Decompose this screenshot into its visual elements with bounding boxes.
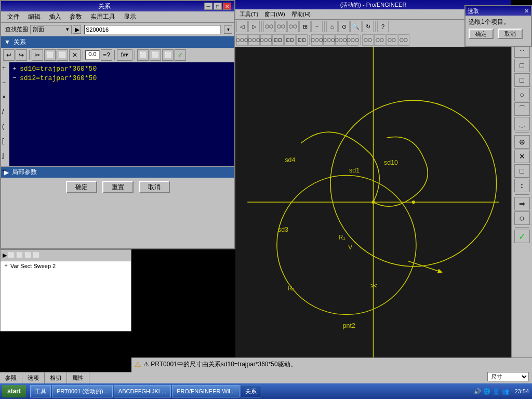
sym-minus[interactable]: − xyxy=(2,79,8,86)
rtb-circle[interactable]: ○ xyxy=(514,88,530,101)
proe-tb1-btn4[interactable]: ⬡⬡ xyxy=(287,21,299,32)
tree-icon1[interactable]: ⬜ xyxy=(8,252,15,259)
tree-icon3[interactable]: ⬜ xyxy=(24,252,32,259)
proe-tb1-btn5[interactable]: ⊞ xyxy=(299,21,311,32)
search-value-input[interactable] xyxy=(84,25,221,34)
rtb-box[interactable]: □ xyxy=(514,164,530,178)
ok-button[interactable]: 确定 xyxy=(66,181,97,193)
menu-params[interactable]: 参数 xyxy=(65,11,86,22)
tb-function[interactable]: fx▾ xyxy=(117,49,132,61)
tab-reference[interactable]: 参照 xyxy=(0,373,22,383)
rtb-special2[interactable]: ⬡ xyxy=(514,211,530,225)
rtb-arrow[interactable]: ↕ xyxy=(514,179,530,192)
tab-properties[interactable]: 属性 xyxy=(67,373,89,383)
menu-display[interactable]: 显示 xyxy=(119,11,140,22)
menu-edit[interactable]: 编辑 xyxy=(24,11,45,22)
proe-tb2-btn12[interactable]: ⬡⬡ xyxy=(386,34,397,46)
menu-insert[interactable]: 插入 xyxy=(45,11,65,22)
proe-tb1-btn7[interactable]: ⌂ xyxy=(326,21,338,32)
sym-multiply[interactable]: × xyxy=(2,94,8,101)
proe-tb2-btn10[interactable]: ⬡⬡ xyxy=(362,34,374,46)
tb-insert2[interactable]: ⬜ xyxy=(150,49,161,61)
rtb-arc1[interactable]: ⌒ xyxy=(514,102,530,116)
taskbar-item-1[interactable]: PRT0001 (活动的)... xyxy=(52,385,113,397)
search-dropdown-btn[interactable]: ▾ xyxy=(224,25,232,34)
tree-item-varsect[interactable]: ✦ Var Sect Sweep 2 xyxy=(1,261,131,270)
tb-check[interactable]: ✓ xyxy=(175,49,186,61)
proe-tb1-btn0[interactable]: ◁ xyxy=(236,21,248,32)
menu-file[interactable]: 文件 xyxy=(3,11,24,22)
guanxi-close[interactable]: ✕ xyxy=(223,3,231,10)
proe-menu-tools[interactable]: 工具(T) xyxy=(236,10,261,19)
search-go-btn[interactable]: ▶ xyxy=(73,25,81,34)
tab-options[interactable]: 选项 xyxy=(22,373,45,383)
proe-tb2-btn6[interactable]: ⬡⬡⬡ xyxy=(311,34,323,46)
proe-tb1-help[interactable]: ? xyxy=(377,21,389,32)
rtb-cross[interactable]: ⊕ xyxy=(514,135,530,149)
proe-tb1-btn3[interactable]: ⬡⬡ xyxy=(275,21,287,32)
proe-tb1-btn6[interactable]: ↔ xyxy=(311,21,323,32)
relation-content[interactable]: + sd10=trajpar*360*50 − sd12=trajpar*360… xyxy=(9,62,234,166)
tb-insert1[interactable]: ⬜ xyxy=(137,49,149,61)
proe-tb2-btn11[interactable]: ⬡⬡ xyxy=(374,34,385,46)
proe-tb2-btn9[interactable]: ⬡⬡⬡ xyxy=(347,34,358,46)
taskbar-item-0[interactable]: 工具 xyxy=(30,385,51,397)
tab-tangent[interactable]: 相切 xyxy=(45,373,67,383)
rtb-rect2[interactable]: □ xyxy=(514,73,530,87)
tree-icon2[interactable]: ⬜ xyxy=(16,252,23,259)
start-button[interactable]: start xyxy=(2,385,26,397)
tray-icon2[interactable]: 👤 xyxy=(493,388,500,395)
sym-open[interactable]: ( xyxy=(2,123,8,130)
proe-tb2-btn7[interactable]: ⬡⬡⬡ xyxy=(323,34,335,46)
tb-copy[interactable]: ⬜ xyxy=(44,49,56,61)
dimension-dropdown[interactable]: 尺寸 xyxy=(487,372,529,381)
taskbar-item-4[interactable]: 关系 xyxy=(241,385,261,397)
tree-icon4[interactable]: ⬜ xyxy=(33,252,40,259)
rtb-checkmark[interactable]: ✓ xyxy=(514,230,530,243)
tb-redo[interactable]: ↪ xyxy=(16,49,27,61)
cancel-button[interactable]: 取消 xyxy=(139,181,170,193)
tray-icon3[interactable]: 👥 xyxy=(502,388,509,395)
proe-tb2-btn5[interactable]: ⊡⊡ xyxy=(296,34,308,46)
proe-tb2-btn0[interactable]: ⬡⬡⬡ xyxy=(236,34,248,46)
tb-equals[interactable]: =? xyxy=(101,49,112,61)
proe-tb1-btn9[interactable]: 🔍 xyxy=(350,21,362,32)
tb-insert3[interactable]: ⬜ xyxy=(162,49,174,61)
tb-delete[interactable]: ✕ xyxy=(69,49,81,61)
tray-icon1[interactable]: 🌐 xyxy=(483,388,490,395)
reset-button[interactable]: 重置 xyxy=(102,181,134,193)
sym-bracket[interactable]: [ xyxy=(2,137,8,144)
tree-icon0[interactable]: ▶ xyxy=(3,252,7,259)
guanxi-minimize[interactable]: ─ xyxy=(204,3,212,10)
proe-tb1-btn10[interactable]: ↻ xyxy=(362,21,374,32)
tb-value-input[interactable]: 0.0 xyxy=(85,50,100,60)
proe-tb2-btn4[interactable]: ⊡⊡ xyxy=(284,34,296,46)
menu-utils[interactable]: 实用工具 xyxy=(86,11,119,22)
taskbar-item-3[interactable]: PRO/ENGINEER Wil... xyxy=(172,385,240,397)
rtb-rect[interactable]: □ xyxy=(514,59,530,72)
xuanqu-cancel[interactable]: 取消 xyxy=(498,29,523,39)
proe-tb2-btn1[interactable]: ⬡⬡⬡ xyxy=(248,34,260,46)
proe-tb1-btn2[interactable]: ⬡⬡ xyxy=(263,21,275,32)
tb-cut[interactable]: ✂ xyxy=(32,49,43,61)
proe-tb2-btn3[interactable]: ⊡⊡ xyxy=(272,34,284,46)
proe-tb1-btn1[interactable]: ▷ xyxy=(248,21,260,32)
scope-dropdown[interactable]: 剖面 ▾ xyxy=(30,25,72,34)
proe-tb2-btn8[interactable]: ⬡⬡⬡ xyxy=(335,34,347,46)
xuanqu-ok[interactable]: 确定 xyxy=(469,29,494,39)
rtb-arc2[interactable]: ⌒ xyxy=(514,117,530,130)
tray-icon0[interactable]: 🔊 xyxy=(474,388,481,395)
tb-paste[interactable]: ⬜ xyxy=(57,49,68,61)
proe-tb2-btn2[interactable]: ⬡⬡⬡ xyxy=(260,34,272,46)
rtb-x[interactable]: ✕ xyxy=(514,150,530,163)
proe-menu-window[interactable]: 窗口(W) xyxy=(261,10,288,19)
sym-divide[interactable]: / xyxy=(2,108,8,115)
xuanqu-close[interactable]: ✕ xyxy=(524,8,529,15)
proe-tb2-btn13[interactable]: ⬡⬡ xyxy=(398,34,409,46)
taskbar-item-2[interactable]: ABCDEFGHIJKL... xyxy=(114,385,171,397)
sym-close[interactable]: ] xyxy=(2,152,8,159)
proe-tb1-btn8[interactable]: ⊙ xyxy=(338,21,350,32)
rtb-special1[interactable]: ⇒ xyxy=(514,197,530,210)
tb-undo[interactable]: ↩ xyxy=(3,49,15,61)
guanxi-maximize[interactable]: □ xyxy=(214,3,222,10)
